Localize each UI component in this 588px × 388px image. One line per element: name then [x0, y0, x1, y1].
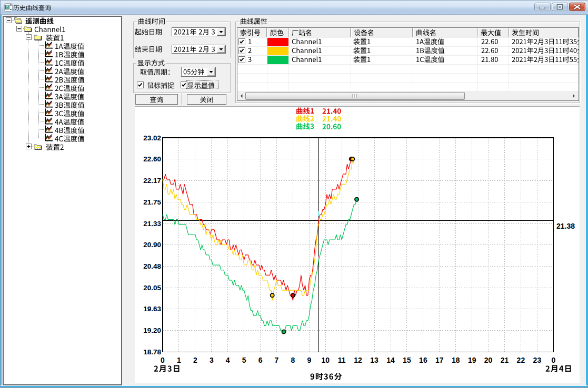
svg-text:13: 13: [370, 356, 378, 364]
svg-text:15: 15: [403, 356, 411, 364]
svg-text:23.02: 23.02: [143, 134, 161, 142]
svg-text:20.05: 20.05: [143, 284, 161, 292]
svg-text:21.38: 21.38: [556, 222, 575, 230]
svg-text:22.60: 22.60: [143, 155, 161, 163]
svg-text:6: 6: [258, 356, 263, 364]
svg-text:12: 12: [354, 356, 362, 364]
svg-text:7: 7: [275, 356, 279, 364]
svg-text:14: 14: [386, 356, 395, 364]
svg-text:0: 0: [551, 356, 555, 364]
svg-text:19: 19: [468, 356, 476, 364]
svg-text:10: 10: [322, 356, 330, 364]
svg-text:20.90: 20.90: [143, 241, 161, 249]
svg-text:17: 17: [435, 356, 444, 364]
svg-text:9: 9: [307, 356, 312, 364]
svg-text:2: 2: [193, 356, 197, 364]
svg-text:3: 3: [210, 356, 214, 364]
svg-text:19.20: 19.20: [143, 326, 161, 334]
svg-text:22: 22: [517, 356, 525, 364]
svg-text:0: 0: [161, 356, 165, 364]
svg-text:11: 11: [338, 356, 346, 364]
svg-text:8: 8: [291, 356, 295, 364]
svg-text:21.33: 21.33: [143, 220, 161, 228]
svg-text:21.75: 21.75: [143, 198, 161, 206]
svg-text:20: 20: [484, 356, 493, 364]
svg-text:19.63: 19.63: [143, 305, 161, 313]
svg-text:20.48: 20.48: [143, 262, 161, 270]
svg-text:23: 23: [533, 356, 542, 364]
svg-text:18: 18: [452, 356, 460, 364]
svg-text:16: 16: [419, 356, 427, 364]
svg-text:5: 5: [242, 356, 246, 364]
svg-text:4: 4: [226, 356, 230, 364]
svg-text:1: 1: [177, 356, 181, 364]
svg-text:18.78: 18.78: [143, 348, 161, 356]
svg-text:22.17: 22.17: [143, 177, 161, 185]
svg-text:21: 21: [501, 356, 509, 364]
